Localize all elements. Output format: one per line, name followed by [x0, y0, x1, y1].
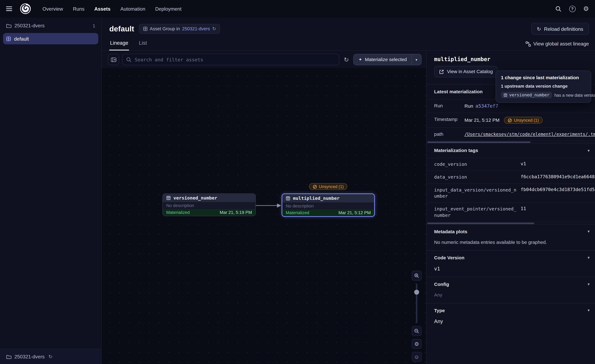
- type-value: Any: [426, 318, 595, 329]
- search-icon[interactable]: [555, 6, 561, 12]
- section-materialization-tags[interactable]: Materialization tags ▾: [426, 143, 595, 158]
- nav-overview[interactable]: Overview: [42, 6, 63, 12]
- asset-search: [122, 54, 340, 65]
- zoom-slider-thumb[interactable]: [414, 290, 419, 295]
- node-status: Materialized: [286, 210, 309, 215]
- materialization-path-link[interactable]: /Users/smackesey/stm/code/elementl/exper…: [464, 132, 595, 137]
- app-window: Overview Runs Assets Automation Deployme…: [0, 0, 595, 364]
- materialize-selected-button[interactable]: ✦ Materialize selected: [354, 54, 411, 65]
- node-description: No description: [282, 203, 374, 209]
- materialize-dropdown-caret[interactable]: ▾: [411, 54, 421, 65]
- asset-chip-versioned-number[interactable]: versioned_number: [501, 92, 552, 98]
- top-nav: Overview Runs Assets Automation Deployme…: [0, 0, 595, 17]
- horizontal-scrollbar[interactable]: [427, 141, 531, 143]
- unsynced-badge[interactable]: Unsynced (1): [309, 183, 347, 190]
- sidebar: 250321-dvers 1 default 250321-dvers ↻: [0, 17, 102, 364]
- zoom-slider[interactable]: [412, 284, 422, 323]
- asset-table-icon: [503, 93, 507, 97]
- folder-icon: [6, 354, 11, 359]
- tag-row: code_version v1: [426, 158, 595, 171]
- lineage-edge: [255, 201, 282, 210]
- section-type[interactable]: Type ▾: [426, 303, 595, 318]
- section-code-version[interactable]: Code Version ▾: [426, 250, 595, 265]
- refresh-icon: ↻: [537, 26, 541, 32]
- popover-subtitle: 1 upstream data version change: [501, 84, 586, 88]
- collapse-panel-icon[interactable]: [108, 54, 119, 65]
- materialize-split-button: ✦ Materialize selected ▾: [354, 54, 422, 65]
- lineage-canvas[interactable]: versioned_number No description Material…: [102, 68, 426, 364]
- section-config[interactable]: Config ▾: [426, 277, 595, 292]
- view-in-asset-catalog-button[interactable]: View in Asset Catalog: [434, 66, 498, 77]
- tab-list[interactable]: List: [138, 37, 148, 50]
- page-header: default Asset Group in 250321-dvers ↻ ↻ …: [102, 17, 595, 36]
- section-metadata-plots[interactable]: Metadata plots ▾: [426, 224, 595, 239]
- run-id-link[interactable]: a5347ef7: [475, 103, 498, 109]
- zoom-in-icon[interactable]: [412, 271, 422, 280]
- main-area: default Asset Group in 250321-dvers ↻ ↻ …: [102, 17, 595, 364]
- chevron-down-icon: ▾: [588, 282, 590, 287]
- run-prefix: Run: [464, 103, 473, 109]
- badge-group-link[interactable]: 250321-dvers: [182, 26, 210, 31]
- nav-actions: ? ⚙: [555, 6, 589, 12]
- unsynced-badge[interactable]: Unsynced (1): [504, 117, 542, 124]
- external-link-icon: [439, 69, 444, 74]
- view-global-lineage-link[interactable]: View global asset lineage: [525, 41, 589, 50]
- tabs-bar: Lineage List View global asset lineage: [102, 36, 595, 51]
- horizontal-scrollbar[interactable]: [427, 223, 534, 224]
- refresh-icon[interactable]: ↻: [48, 354, 52, 359]
- unsynced-icon: [313, 184, 317, 189]
- sidebar-footer[interactable]: 250321-dvers ↻: [0, 349, 101, 364]
- dagster-logo[interactable]: [20, 3, 31, 14]
- node-status: Materialized: [166, 210, 190, 215]
- hamburger-menu-icon[interactable]: [6, 5, 14, 12]
- folder-icon: [6, 23, 11, 28]
- page-title: default: [109, 25, 134, 33]
- graph-settings-gear-icon[interactable]: ⚙: [412, 339, 422, 349]
- asset-group-icon: [143, 27, 147, 31]
- asset-table-icon: [166, 196, 171, 200]
- sidebar-group-count: 1: [93, 23, 95, 28]
- graph-legend-icon[interactable]: ☺: [412, 352, 422, 362]
- refresh-icon[interactable]: ↻: [212, 26, 216, 31]
- chevron-down-icon: ▾: [588, 255, 590, 260]
- sidebar-item-default[interactable]: default: [3, 33, 98, 44]
- node-timestamp: Mar 21, 5:19 PM: [220, 210, 252, 215]
- settings-gear-icon[interactable]: ⚙: [583, 6, 589, 12]
- tag-row: data_version f6ccba1776380941e9cd1ea6648…: [426, 171, 595, 183]
- reload-definitions-button[interactable]: ↻ Reload definitions: [531, 23, 589, 35]
- asset-detail-title: multiplied_number: [426, 51, 595, 62]
- tag-row: input_event_pointer/versioned_number 11: [426, 203, 595, 222]
- main-nav: Overview Runs Assets Automation Deployme…: [42, 6, 182, 12]
- sidebar-group-row[interactable]: 250321-dvers 1: [0, 17, 101, 32]
- node-timestamp: Mar 21, 5:12 PM: [339, 210, 371, 215]
- search-icon: [126, 57, 132, 63]
- sidebar-footer-label: 250321-dvers: [14, 354, 45, 359]
- zoom-out-icon[interactable]: [412, 326, 422, 336]
- chevron-down-icon: ▾: [588, 308, 590, 313]
- code-version-value: v1: [426, 265, 595, 277]
- node-description: No description: [163, 202, 255, 209]
- help-icon[interactable]: ?: [569, 6, 575, 12]
- tab-lineage[interactable]: Lineage: [109, 37, 129, 50]
- chevron-down-icon: ▾: [588, 148, 590, 153]
- nav-assets[interactable]: Assets: [94, 6, 111, 12]
- tag-row: input_data_version/versioned_number fb04…: [426, 183, 595, 203]
- unsynced-icon: [508, 118, 512, 122]
- popover-chip-suffix: has a new data version: [554, 93, 595, 97]
- asset-search-input[interactable]: [122, 54, 340, 65]
- badge-prefix: Asset Group in: [150, 26, 180, 31]
- config-value: Any: [426, 292, 595, 303]
- materialize-icon: ✦: [358, 57, 362, 62]
- nav-deployment[interactable]: Deployment: [155, 6, 182, 12]
- nav-runs[interactable]: Runs: [73, 6, 85, 12]
- asset-node-multiplied-number[interactable]: Unsynced (1) multiplied_number: [282, 193, 375, 217]
- changes-popover: 1 change since last materialization 1 up…: [496, 70, 591, 103]
- node-name: versioned_number: [173, 195, 217, 201]
- sidebar-item-label: default: [14, 36, 29, 42]
- refresh-icon[interactable]: ↻: [342, 54, 350, 65]
- timestamp-value: Mar 21, 5:12 PM: [464, 118, 499, 123]
- asset-node-versioned-number[interactable]: versioned_number No description Material…: [163, 193, 256, 216]
- nav-automation[interactable]: Automation: [120, 6, 145, 12]
- asset-group-badge: Asset Group in 250321-dvers ↻: [139, 24, 220, 34]
- asset-group-icon: [6, 36, 11, 41]
